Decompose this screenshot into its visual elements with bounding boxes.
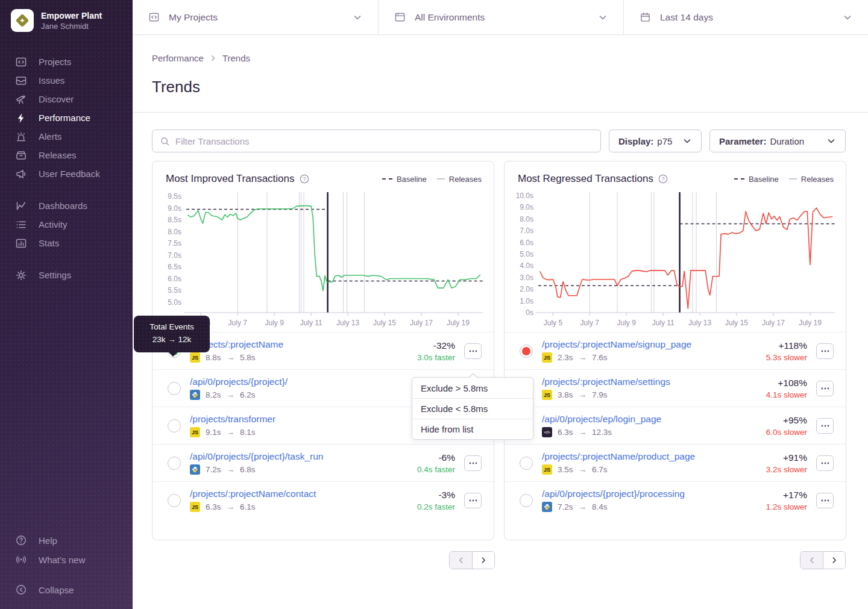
sidebar-item-releases[interactable]: Releases — [0, 146, 133, 164]
breadcrumb-performance[interactable]: Performance — [152, 53, 204, 63]
txn-delta: 3.0s faster — [417, 353, 455, 362]
sidebar-item-whats-new[interactable]: What’s new — [0, 550, 133, 569]
txn-delta: 0.2s faster — [417, 502, 455, 511]
next-page-button[interactable] — [472, 552, 494, 569]
sidebar-item-performance[interactable]: Performance — [0, 108, 133, 127]
project-filter-label: My Projects — [169, 12, 218, 23]
page-header: Performance Trends Trends — [133, 35, 868, 113]
txn-actions-button[interactable] — [816, 381, 834, 396]
regressed-chart[interactable]: July 5July 7July 9July 11July 13July 15J… — [505, 187, 846, 332]
txn-link[interactable]: /projects/:projectName/contact — [190, 489, 408, 499]
prev-page-button[interactable] — [450, 552, 472, 569]
txn-radio-selected[interactable] — [520, 345, 533, 358]
next-page-button[interactable] — [823, 552, 845, 569]
sidebar-item-help[interactable]: Help — [0, 531, 133, 550]
sidebar-item-dashboards[interactable]: Dashboards — [0, 196, 133, 215]
parameter-dropdown[interactable]: Parameter: Duration — [709, 130, 846, 152]
txn-link[interactable]: /projects/:projectName/product_page — [542, 451, 757, 462]
sidebar-item-label: Discover — [39, 94, 74, 104]
prev-page-button[interactable] — [800, 552, 823, 569]
breadcrumb-trends[interactable]: Trends — [222, 53, 250, 63]
sidebar-item-alerts[interactable]: Alerts — [0, 127, 133, 146]
releases-swatch-icon — [789, 178, 797, 180]
txn-to-value: 7.6s — [592, 353, 608, 362]
txn-radio[interactable] — [520, 457, 533, 470]
search-box — [152, 130, 601, 152]
txn-actions-button[interactable] — [816, 343, 834, 359]
question-circle-icon[interactable]: ? — [658, 174, 668, 184]
menu-item-hide-from-list[interactable]: Hide from list — [412, 419, 533, 439]
org-header[interactable]: Empower Plant Jane Schmidt — [0, 0, 133, 38]
date-range-dropdown[interactable]: Last 14 days — [624, 0, 868, 34]
improved-chart[interactable]: July 5July 7July 9July 11July 13July 15J… — [153, 187, 494, 332]
txn-radio[interactable] — [168, 419, 181, 433]
txn-link[interactable]: /projects/:projectName/signup_page — [542, 339, 757, 350]
sidebar-item-label: What’s new — [39, 555, 85, 565]
sidebar-item-activity[interactable]: Activity — [0, 215, 133, 234]
svg-text:July 15: July 15 — [725, 319, 748, 327]
search-input[interactable] — [175, 136, 593, 146]
txn-actions-button[interactable] — [816, 418, 834, 434]
txn-to-value: 6.8s — [240, 465, 256, 474]
environment-filter-dropdown[interactable]: All Environments — [379, 0, 624, 34]
question-circle-icon[interactable]: ? — [300, 174, 309, 184]
sidebar-item-label: User Feedback — [39, 169, 100, 179]
txn-link[interactable]: /projects/:projectName — [190, 339, 408, 350]
tooltip-title: Total Events — [139, 321, 205, 334]
display-dropdown[interactable]: Display: p75 — [609, 130, 702, 152]
txn-percent: +95% — [766, 415, 807, 426]
regressed-pagination — [800, 551, 846, 569]
txn-actions-button[interactable] — [464, 455, 482, 471]
txn-link[interactable]: /api/0/projects/{project}/ — [190, 376, 446, 387]
sidebar-item-discover[interactable]: Discover — [0, 90, 133, 108]
legend-baseline: Baseline — [734, 175, 779, 184]
txn-radio[interactable] — [168, 382, 181, 395]
txn-radio[interactable] — [168, 494, 181, 507]
sidebar-item-label: Alerts — [39, 131, 61, 142]
txn-radio[interactable] — [520, 494, 533, 507]
txn-actions-button[interactable] — [816, 493, 834, 508]
svg-text:6.0s: 6.0s — [520, 239, 533, 247]
date-range-label: Last 14 days — [660, 12, 713, 23]
sidebar: Empower Plant Jane Schmidt Projects Issu… — [0, 0, 133, 609]
svg-text:6.0s: 6.0s — [168, 275, 181, 283]
txn-link[interactable]: /api/0/projects/ep/login_page — [542, 414, 757, 425]
org-name: Empower Plant — [41, 10, 102, 21]
chevron-down-icon — [353, 13, 362, 22]
txn-link[interactable]: /projects/transformer — [190, 414, 408, 425]
txn-actions-button[interactable] — [816, 455, 834, 471]
sidebar-item-user-feedback[interactable]: User Feedback — [0, 164, 133, 183]
display-value: p75 — [657, 136, 672, 146]
releases-swatch-icon — [437, 178, 445, 180]
svg-text:?: ? — [303, 176, 306, 182]
project-filter-dropdown[interactable]: My Projects — [133, 0, 379, 34]
txn-actions-button[interactable] — [464, 493, 482, 508]
platform-javascript-icon: JS — [542, 390, 552, 400]
menu-item-exclude-above[interactable]: Exclude > 5.8ms — [412, 378, 533, 398]
sidebar-item-issues[interactable]: Issues — [0, 71, 133, 90]
menu-item-exclude-below[interactable]: Exclude < 5.8ms — [412, 398, 533, 419]
regressed-panel: Most Regressed Transactions ? Baseline R… — [504, 161, 846, 540]
sidebar-item-collapse[interactable]: Collapse — [0, 580, 133, 599]
txn-link[interactable]: /api/0/projects/{project}/task_run — [190, 451, 408, 462]
sidebar-item-label: Settings — [39, 270, 71, 280]
issues-icon — [15, 75, 27, 87]
chevron-down-icon — [598, 13, 608, 22]
sidebar-item-projects[interactable]: Projects — [0, 52, 133, 71]
chevron-down-icon — [843, 13, 852, 22]
txn-delta: 3.2s slower — [766, 465, 807, 474]
parameter-label: Parameter: — [719, 136, 766, 146]
svg-text:10.0s: 10.0s — [516, 192, 533, 200]
txn-radio[interactable] — [168, 457, 181, 470]
txn-actions-button[interactable] — [464, 343, 482, 359]
sidebar-item-settings[interactable]: Settings — [0, 266, 133, 284]
table-row: /api/0/projects/{project}/processing 7.2… — [505, 481, 846, 519]
txn-from-value: 2.3s — [558, 353, 573, 362]
sidebar-item-stats[interactable]: Stats — [0, 234, 133, 252]
svg-text:July 7: July 7 — [228, 319, 248, 327]
txn-link[interactable]: /api/0/projects/{project}/processing — [542, 489, 757, 499]
txn-link[interactable]: /projects/:projectName/settings — [542, 376, 757, 387]
arrow-right-icon — [579, 465, 587, 474]
baseline-swatch-icon — [734, 178, 744, 180]
table-row: /projects/:projectName/product_page JS 3… — [505, 444, 846, 481]
